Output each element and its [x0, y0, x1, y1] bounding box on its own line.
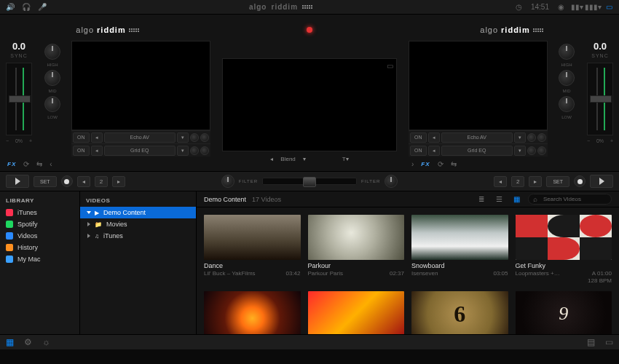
bars-icon[interactable]: ▮▮▮▾ [588, 3, 597, 12]
source-item-itunes[interactable]: ♫iTunes [80, 230, 196, 242]
video-tile[interactable]: ParkourParkour Paris02:37 [308, 215, 405, 284]
video-tile[interactable]: BoomboxFar East Movement00:11 [308, 291, 405, 334]
blend-label[interactable]: Blend [280, 156, 295, 162]
fx-name-b1[interactable]: Echo AV [441, 132, 513, 143]
cue-num-a[interactable]: 2 [95, 176, 108, 187]
library-item-itunes[interactable]: iTunes [0, 207, 79, 218]
video-tile[interactable]: DanceLil' Buck – YakFilms03:42 [204, 215, 301, 284]
view-list-icon[interactable]: ☰ [493, 194, 505, 205]
fx-name-a2[interactable]: Grid EQ [104, 146, 176, 156]
fx-name-a1[interactable]: Echo AV [104, 132, 176, 143]
video-tile[interactable]: Crazy MontageFar East Movement00:10 [516, 291, 612, 334]
view-grid-icon[interactable]: ▦ [510, 194, 522, 205]
fx-on-b2[interactable]: ON [410, 146, 427, 156]
blend-prev[interactable]: ◂ [270, 156, 273, 162]
fx-prev-b2[interactable]: ◂ [428, 146, 440, 156]
crossfader[interactable] [262, 178, 357, 185]
display-icon[interactable]: ▭ [604, 3, 613, 12]
loop-icon[interactable]: ⟳ [23, 160, 29, 168]
video-tile[interactable]: Beyond The NightLoopmasters – V102:33 [204, 291, 301, 334]
bpm-value-a[interactable]: 0.0 [12, 41, 25, 52]
master-preview[interactable]: ▭ [222, 58, 397, 151]
cue-prev-a[interactable]: ◂ [77, 176, 90, 187]
play-button-b[interactable] [590, 175, 613, 188]
video-preview-b[interactable] [409, 41, 548, 130]
footer-light-icon[interactable]: ☼ [42, 337, 50, 347]
fx-next-a2[interactable]: ▾ [177, 146, 189, 156]
set-cue-b[interactable]: SET [546, 176, 569, 187]
sync-button-b[interactable]: SYNC [591, 53, 608, 58]
library-item-my-mac[interactable]: My Mac [0, 253, 79, 265]
fx-next-a1[interactable]: ▾ [177, 132, 189, 143]
eq-high-knob-a[interactable] [44, 44, 60, 60]
fx-on-a1[interactable]: ON [73, 132, 90, 143]
video-tile[interactable]: Get FunkyLoopmasters +…A 01:00128 BPM [516, 215, 612, 284]
fx-next-b1[interactable]: ▾ [514, 132, 526, 143]
fx-name-b2[interactable]: Grid EQ [441, 146, 513, 156]
library-item-history[interactable]: History [0, 242, 79, 253]
pause-icon[interactable]: ▮▮▾ [572, 3, 581, 12]
mic-icon[interactable]: 🎤 [38, 3, 47, 12]
filter-knob-a[interactable] [221, 175, 234, 188]
fx-on-a2[interactable]: ON [73, 146, 90, 156]
eq-low-knob-a[interactable] [44, 96, 60, 112]
loop-icon[interactable]: ⟳ [438, 160, 443, 168]
bounce-icon[interactable]: ⇆ [36, 160, 42, 168]
eq-high-knob-b[interactable] [559, 44, 575, 60]
video-preview-a[interactable] [71, 41, 210, 130]
fx-knob-a2b[interactable] [200, 146, 209, 155]
fx-prev-a1[interactable]: ◂ [91, 132, 103, 143]
volume-icon[interactable]: 🔊 [6, 3, 15, 12]
blend-next[interactable]: ▾ [303, 156, 306, 162]
headphones-icon[interactable]: 🎧 [22, 3, 31, 12]
fx-knob-a1b[interactable] [200, 133, 209, 142]
fx-knob-b2b[interactable] [537, 146, 546, 155]
fx-knob-b1a[interactable] [527, 133, 536, 142]
record-indicator-icon[interactable] [307, 27, 312, 33]
fx-knob-b1b[interactable] [537, 133, 546, 142]
fx-on-b1[interactable]: ON [410, 132, 427, 143]
video-tile[interactable]: CountdownVJ Loops00:11 [411, 291, 508, 334]
filter-knob-b[interactable] [385, 175, 398, 188]
eq-mid-knob-a[interactable] [44, 70, 60, 86]
play-button-a[interactable] [6, 175, 29, 188]
source-item-demo-content[interactable]: ▶Demo Content [80, 207, 196, 218]
fx-prev-b1[interactable]: ◂ [428, 132, 440, 143]
tv-icon[interactable]: ▭ [387, 62, 393, 70]
cue-prev-b[interactable]: ◂ [494, 176, 507, 187]
chevron-right-icon[interactable]: › [411, 160, 414, 168]
eq-mid-knob-b[interactable] [559, 70, 575, 86]
footer-library-icon[interactable]: ▦ [6, 337, 14, 347]
tempo-fader-a[interactable] [6, 63, 32, 135]
cue-next-b[interactable]: ▸ [529, 176, 542, 187]
eq-low-knob-b[interactable] [559, 96, 575, 112]
view-compact-icon[interactable]: ≣ [476, 194, 487, 205]
cue-next-a[interactable]: ▸ [112, 176, 125, 187]
cue-dot-a[interactable] [61, 175, 73, 187]
chevron-left-icon[interactable]: ‹ [50, 160, 52, 168]
fx-prev-a2[interactable]: ◂ [91, 146, 103, 156]
fx-knob-a2a[interactable] [190, 146, 199, 155]
bounce-icon[interactable]: ⇆ [451, 160, 457, 168]
fx-label-a[interactable]: FX [7, 161, 16, 167]
fx-next-b2[interactable]: ▾ [514, 146, 526, 156]
tempo-fader-b[interactable] [587, 63, 613, 135]
search-input[interactable]: Search Videos [528, 194, 612, 205]
footer-automix-icon[interactable]: ▭ [605, 337, 613, 347]
library-item-spotify[interactable]: Spotify [0, 218, 79, 230]
sync-button-a[interactable]: SYNC [10, 53, 27, 58]
transition-icon[interactable]: T▾ [342, 156, 349, 162]
footer-mixer-icon[interactable]: ⚙ [24, 337, 32, 347]
cue-num-b[interactable]: 2 [511, 176, 524, 187]
cue-dot-b[interactable] [574, 175, 586, 187]
bpm-value-b[interactable]: 0.0 [594, 41, 607, 52]
fx-label-b[interactable]: FX [421, 161, 430, 167]
footer-queue-icon[interactable]: ▤ [587, 337, 595, 347]
source-item-movies[interactable]: 📁Movies [80, 218, 196, 230]
fx-knob-b2a[interactable] [527, 146, 536, 155]
video-tile[interactable]: SnowboardIsenseven03:05 [411, 215, 508, 284]
library-item-videos[interactable]: Videos [0, 230, 79, 242]
fx-knob-a1a[interactable] [190, 133, 199, 142]
set-cue-a[interactable]: SET [33, 176, 57, 187]
record-status-icon[interactable]: ◉ [556, 3, 565, 12]
